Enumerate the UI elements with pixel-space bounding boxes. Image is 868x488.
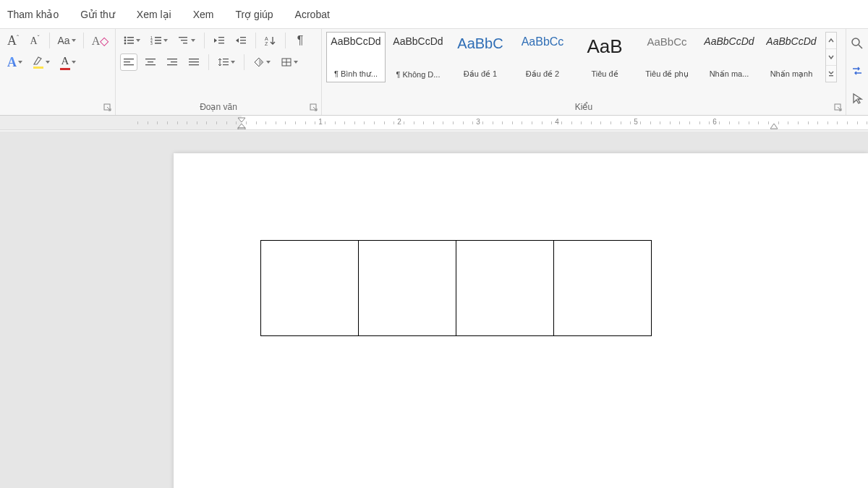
table-cell[interactable] xyxy=(456,241,554,336)
indent-marker[interactable] xyxy=(242,116,247,130)
ribbon-tabs: Tham khảo Gửi thư Xem lại Xem Trợ giúp A… xyxy=(0,0,868,29)
shading-button[interactable] xyxy=(250,53,273,71)
numbering-button[interactable]: 123 xyxy=(148,32,171,49)
svg-rect-10 xyxy=(155,40,161,41)
tab-help[interactable]: Trợ giúp xyxy=(231,3,278,26)
style-label: Tiêu đề phụ xyxy=(645,69,688,79)
expand-gallery-icon[interactable] xyxy=(826,66,836,82)
paragraph-group: 123 AZ ¶ xyxy=(116,29,322,115)
styles-dialog-launcher[interactable] xyxy=(834,103,843,112)
grow-font-button[interactable]: Aˆ xyxy=(4,32,22,49)
font-group: Aˆ Aˇ Aa A◇ A A xyxy=(0,29,116,115)
font-dialog-launcher[interactable] xyxy=(103,103,112,112)
chevron-down-icon[interactable] xyxy=(826,49,836,66)
borders-button[interactable] xyxy=(278,53,301,71)
sort-button[interactable]: AZ xyxy=(262,32,279,49)
svg-rect-14 xyxy=(181,40,187,40)
chevron-up-icon[interactable] xyxy=(826,33,836,49)
style-tile-6[interactable]: AaBbCcDdNhấn ma... xyxy=(699,32,759,82)
ribbon: Aˆ Aˇ Aa A◇ A A xyxy=(0,29,868,116)
find-icon[interactable] xyxy=(848,35,867,52)
styles-scroll xyxy=(825,32,837,82)
style-tile-0[interactable]: AaBbCcDd¶ Bình thư... xyxy=(326,32,386,82)
tab-review[interactable]: Xem lại xyxy=(132,3,176,26)
style-tile-4[interactable]: AaBTiêu đề xyxy=(575,32,634,82)
page[interactable] xyxy=(174,153,868,488)
align-right-button[interactable] xyxy=(163,53,181,71)
style-tile-3[interactable]: AaBbCcĐầu đề 2 xyxy=(513,32,572,82)
font-color-button[interactable]: A xyxy=(57,53,79,71)
style-tile-1[interactable]: AaBbCcDd¶ Không D... xyxy=(388,32,448,82)
decrease-indent-button[interactable] xyxy=(210,32,228,49)
change-case-button[interactable]: Aa xyxy=(56,32,77,49)
style-label: ¶ Bình thư... xyxy=(334,69,378,79)
style-sample: AaBbCcDd xyxy=(766,35,816,47)
style-sample: AaBbCcDd xyxy=(331,35,380,47)
line-spacing-button[interactable] xyxy=(215,53,238,71)
align-left-button[interactable] xyxy=(120,53,137,71)
svg-rect-12 xyxy=(155,43,161,44)
shrink-font-button[interactable]: Aˇ xyxy=(26,32,43,49)
clear-formatting-button[interactable]: A◇ xyxy=(90,32,111,49)
svg-line-46 xyxy=(859,45,862,48)
svg-rect-8 xyxy=(155,37,161,38)
separator xyxy=(255,33,256,48)
justify-button[interactable] xyxy=(185,53,203,71)
ruler-number: 1 xyxy=(318,118,323,126)
editing-group xyxy=(846,29,868,115)
styles-gallery: AaBbCcDd¶ Bình thư...AaBbCcDd¶ Không D..… xyxy=(326,32,841,82)
svg-rect-26 xyxy=(124,64,134,65)
text-effects-button[interactable]: A xyxy=(4,53,25,71)
right-indent-marker[interactable] xyxy=(770,122,778,130)
table-cell[interactable] xyxy=(261,241,359,336)
style-tile-2[interactable]: AaBbCĐầu đề 1 xyxy=(451,32,510,82)
svg-rect-4 xyxy=(127,40,134,41)
svg-rect-43 xyxy=(829,75,833,76)
style-sample: AaB xyxy=(587,35,622,58)
svg-rect-33 xyxy=(189,59,199,59)
increase-indent-button[interactable] xyxy=(232,32,250,49)
align-center-button[interactable] xyxy=(142,53,159,71)
style-label: Đầu đề 2 xyxy=(526,69,559,79)
svg-rect-37 xyxy=(223,61,229,62)
style-tile-7[interactable]: AaBbCcDdNhấn mạnh xyxy=(762,32,821,82)
multilevel-list-button[interactable] xyxy=(175,32,198,49)
style-label: Đầu đề 1 xyxy=(464,69,497,79)
tab-mailings[interactable]: Gửi thư xyxy=(76,3,119,26)
paragraph-dialog-launcher[interactable] xyxy=(310,103,318,112)
svg-rect-17 xyxy=(218,40,224,40)
show-marks-button[interactable]: ¶ xyxy=(292,32,309,49)
document-area[interactable] xyxy=(0,132,868,488)
svg-rect-38 xyxy=(223,64,229,65)
bullets-button[interactable] xyxy=(120,32,143,49)
style-label: ¶ Không D... xyxy=(396,70,441,79)
svg-point-3 xyxy=(124,40,127,42)
document-table[interactable] xyxy=(260,240,652,336)
select-icon[interactable] xyxy=(848,90,867,107)
svg-rect-18 xyxy=(218,43,224,43)
highlight-button[interactable] xyxy=(30,53,53,71)
replace-icon[interactable] xyxy=(848,62,867,80)
svg-rect-2 xyxy=(127,37,134,38)
style-label: Tiêu đề xyxy=(591,69,618,79)
tab-acrobat[interactable]: Acrobat xyxy=(291,3,334,26)
table-cell[interactable] xyxy=(554,241,652,336)
svg-rect-19 xyxy=(240,37,246,38)
separator xyxy=(204,33,205,48)
svg-rect-24 xyxy=(124,59,134,59)
tab-references[interactable]: Tham khảo xyxy=(3,3,63,26)
table-cell[interactable] xyxy=(359,241,456,336)
horizontal-ruler[interactable]: 123456 xyxy=(0,116,868,130)
ruler-number: 2 xyxy=(397,118,401,126)
style-tile-5[interactable]: AaBbCcTiêu đề phụ xyxy=(637,32,697,82)
separator xyxy=(244,54,244,70)
ruler-number: 6 xyxy=(712,118,717,126)
separator xyxy=(83,33,84,48)
svg-point-1 xyxy=(124,37,127,39)
tab-view[interactable]: Xem xyxy=(189,3,218,26)
svg-rect-6 xyxy=(127,43,134,44)
ruler-number: 5 xyxy=(634,118,638,126)
svg-rect-16 xyxy=(218,37,224,38)
separator xyxy=(208,54,209,70)
svg-text:Z: Z xyxy=(265,41,268,46)
